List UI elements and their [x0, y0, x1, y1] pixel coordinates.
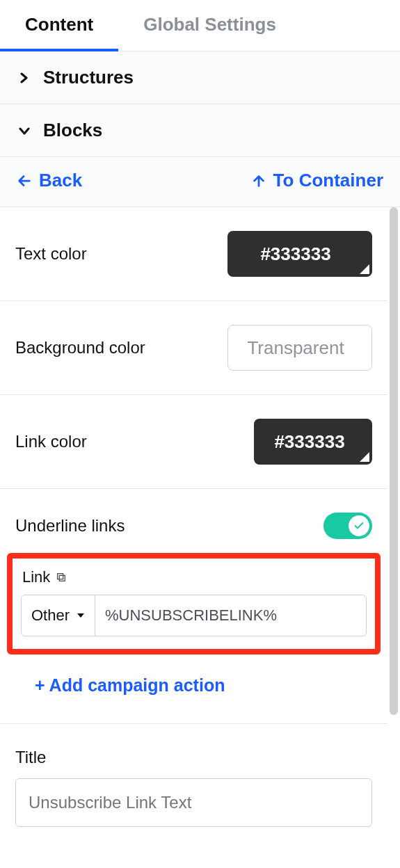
link-color-label: Link color — [15, 432, 87, 451]
link-color-value: #333333 — [274, 431, 344, 453]
svg-rect-0 — [60, 575, 65, 581]
back-label: Back — [39, 170, 82, 191]
chevron-right-icon — [18, 72, 31, 84]
add-campaign-action-link[interactable]: + Add campaign action — [35, 675, 225, 695]
accordion-blocks-label: Blocks — [43, 120, 102, 141]
accordion-structures[interactable]: Structures — [0, 51, 400, 104]
text-color-value: #333333 — [260, 243, 330, 265]
scrollbar-thumb[interactable] — [390, 207, 398, 715]
accordion-blocks[interactable]: Blocks — [0, 104, 400, 157]
title-input[interactable] — [15, 778, 372, 827]
underline-links-toggle[interactable] — [323, 513, 372, 539]
dropdown-corner-icon — [360, 452, 369, 462]
link-type-select[interactable]: Other — [21, 595, 95, 636]
link-input-group: Other — [21, 595, 367, 636]
back-link[interactable]: Back — [17, 170, 82, 191]
background-color-label: Background color — [15, 338, 145, 357]
background-color-value: Transparent — [247, 337, 344, 359]
tab-content[interactable]: Content — [0, 0, 118, 51]
underline-links-label: Underline links — [15, 516, 125, 536]
link-field-label: Link — [22, 568, 367, 586]
link-color-swatch[interactable]: #333333 — [254, 419, 372, 465]
link-section-highlight: Link Other — [7, 553, 381, 654]
tab-global-settings[interactable]: Global Settings — [118, 0, 301, 51]
to-container-label: To Container — [273, 170, 383, 191]
title-label: Title — [15, 748, 372, 767]
link-label-text: Link — [22, 568, 50, 586]
arrow-left-icon — [17, 173, 32, 188]
prop-background-color: Background color Transparent — [0, 301, 387, 395]
link-type-value: Other — [31, 606, 70, 625]
prop-link-color: Link color #333333 — [0, 395, 387, 489]
blocks-nav: Back To Container — [0, 157, 400, 207]
add-campaign-row: + Add campaign action — [0, 667, 387, 724]
background-color-swatch[interactable]: Transparent — [227, 325, 372, 371]
text-color-label: Text color — [15, 244, 87, 264]
caret-down-icon — [77, 611, 85, 620]
dropdown-corner-icon — [360, 264, 369, 274]
prop-text-color: Text color #333333 — [0, 207, 387, 301]
accordion-structures-label: Structures — [43, 67, 134, 88]
svg-rect-1 — [58, 574, 63, 579]
scrollbar-track[interactable] — [387, 207, 400, 827]
toggle-knob — [349, 515, 369, 536]
text-color-swatch[interactable]: #333333 — [227, 231, 372, 277]
arrow-up-icon — [251, 173, 266, 188]
chevron-down-icon — [18, 124, 31, 137]
title-section: Title — [0, 724, 387, 827]
copy-icon[interactable] — [56, 572, 67, 583]
link-url-input[interactable] — [95, 595, 367, 636]
to-container-link[interactable]: To Container — [251, 170, 383, 191]
prop-underline-links: Underline links — [0, 489, 387, 549]
tab-bar: Content Global Settings — [0, 0, 400, 51]
